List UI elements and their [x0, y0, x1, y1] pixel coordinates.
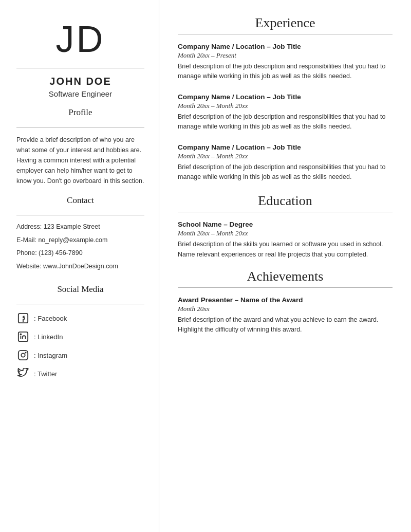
education-entry-1: School Name – Degree Month 20xx – Month …	[178, 221, 393, 260]
achievements-section: Achievements Award Presenter – Name of t…	[178, 269, 393, 335]
contact-email: E-Mail: no_reply@example.com	[16, 236, 144, 245]
award1-title: Award Presenter – Name of the Award	[178, 296, 393, 304]
exp2-desc: Brief description of the job description…	[178, 112, 393, 132]
exp3-date: Month 20xx – Month 20xx	[178, 152, 393, 160]
exp1-company: Company Name / Location – Job Title	[178, 43, 393, 50]
social-facebook: : Facebook	[16, 311, 144, 325]
experience-entry-2: Company Name / Location – Job Title Mont…	[178, 93, 393, 132]
social-twitter: : Twitter	[16, 367, 144, 380]
experience-entry-1: Company Name / Location – Job Title Mont…	[178, 43, 393, 82]
facebook-icon	[16, 311, 30, 325]
profile-heading: Profile	[68, 107, 92, 118]
contact-email-label: E-Mail:	[16, 236, 36, 244]
exp2-company: Company Name / Location – Job Title	[178, 93, 393, 101]
social-linkedin: : LinkedIn	[16, 330, 144, 343]
award1-date: Month 20xx	[178, 305, 393, 313]
experience-divider	[178, 34, 393, 34]
social-heading: Social Media	[57, 284, 103, 295]
achievements-divider	[178, 287, 393, 288]
contact-block: Address: 123 Example Street E-Mail: no_r…	[16, 223, 144, 275]
contact-phone-value: (123) 456-7890	[39, 249, 82, 256]
achievements-heading: Achievements	[178, 269, 393, 284]
job-title: Software Engineer	[49, 89, 112, 98]
experience-heading: Experience	[178, 15, 393, 31]
contact-address-value: 123 Example Street	[44, 223, 100, 230]
contact-heading: Contact	[67, 195, 94, 206]
edu1-desc: Brief description of the skills you lear…	[178, 240, 393, 260]
svg-point-6	[25, 352, 26, 353]
contact-website-label: Website:	[16, 263, 41, 270]
profile-divider	[16, 127, 144, 127]
social-instagram: : Instagram	[16, 348, 144, 362]
social-divider	[16, 304, 144, 304]
award1-desc: Brief description of the award and what …	[178, 315, 393, 335]
contact-address-label: Address:	[16, 223, 42, 230]
linkedin-label: : LinkedIn	[34, 333, 63, 341]
contact-website: Website: www.JohnDoeDesign.com	[16, 262, 144, 271]
svg-point-3	[21, 334, 22, 335]
main-content: Experience Company Name / Location – Job…	[159, 0, 411, 532]
experience-section: Experience Company Name / Location – Job…	[178, 15, 393, 182]
edu1-date: Month 20xx – Month 20xx	[178, 229, 393, 237]
profile-text: Provide a brief description of who you a…	[16, 135, 144, 186]
initials: JD	[56, 21, 105, 58]
svg-point-5	[21, 353, 25, 357]
svg-rect-4	[18, 351, 28, 360]
twitter-label: : Twitter	[34, 370, 57, 378]
achievement-entry-1: Award Presenter – Name of the Award Mont…	[178, 296, 393, 335]
contact-address: Address: 123 Example Street	[16, 223, 144, 232]
exp3-desc: Brief description of the job description…	[178, 162, 393, 182]
contact-website-value: www.JohnDoeDesign.com	[43, 263, 118, 270]
edu1-school: School Name – Degree	[178, 221, 393, 228]
exp1-desc: Brief description of the job description…	[178, 62, 393, 82]
twitter-icon	[16, 367, 30, 380]
experience-entry-3: Company Name / Location – Job Title Mont…	[178, 143, 393, 182]
exp3-company: Company Name / Location – Job Title	[178, 143, 393, 151]
linkedin-icon	[16, 330, 30, 343]
social-media-block: : Facebook : LinkedIn	[16, 311, 144, 386]
sidebar: JD JOHN DOE Software Engineer Profile Pr…	[0, 0, 159, 532]
contact-phone-label: Phone:	[16, 249, 37, 256]
education-section: Education School Name – Degree Month 20x…	[178, 193, 393, 260]
instagram-label: : Instagram	[34, 352, 67, 359]
education-divider	[178, 212, 393, 212]
exp1-date: Month 20xx – Present	[178, 51, 393, 60]
education-heading: Education	[178, 193, 393, 209]
facebook-label: : Facebook	[34, 315, 67, 322]
contact-divider	[16, 215, 144, 215]
sidebar-divider-top	[16, 68, 144, 68]
full-name: JOHN DOE	[49, 76, 111, 87]
instagram-icon	[16, 348, 30, 362]
contact-email-value: no_reply@example.com	[38, 236, 107, 244]
contact-phone: Phone: (123) 456-7890	[16, 249, 144, 258]
exp2-date: Month 20xx – Month 20xx	[178, 102, 393, 110]
